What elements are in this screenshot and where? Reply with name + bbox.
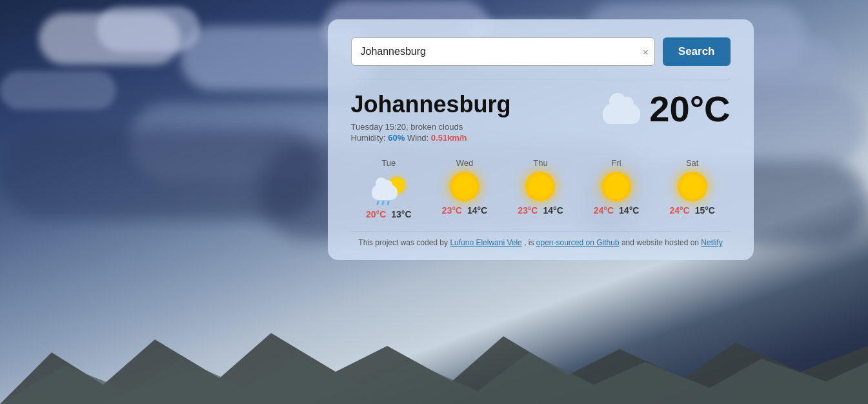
city-name: Johannesburg [351,91,511,118]
forecast-temps-1: 23°C 14°C [442,205,488,216]
forecast-day-label-0: Tue [381,158,396,168]
forecast-temps-0: 20°C 13°C [366,209,412,219]
forecast-day-label-4: Sat [686,158,699,168]
forecast-icon-2 [525,172,555,201]
search-row: × Search [351,37,731,66]
forecast-day-4: Sat 24°C 15°C [660,158,725,219]
current-weather: Johannesburg Tuesday 15:20, broken cloud… [351,91,731,143]
humidity-wind: Humidity: 60% Wind: 0.51km/h [351,133,511,143]
search-input-wrap: × [351,37,655,66]
forecast-temps-3: 24°C 14°C [594,205,640,216]
footer-text-before: This project was coded by [358,238,450,247]
forecast-icon-0 [372,172,405,205]
search-button[interactable]: Search [663,37,731,66]
forecast-day-1: Wed 23°C 14°C [432,158,497,219]
temp-icon-wrap: 20°C [603,91,730,127]
search-input[interactable] [351,37,655,66]
humidity-value: 60% [388,133,405,143]
weather-description: Tuesday 15:20, broken clouds [351,122,511,132]
clear-button[interactable]: × [643,47,649,57]
mountains [0,327,868,404]
footer-text-middle: , is [524,238,536,247]
github-link[interactable]: open-sourced on Github [536,238,620,247]
forecast-icon-4 [678,172,707,201]
forecast-day-label-2: Thu [533,158,547,168]
footer-text-after: and website hosted on [621,238,701,247]
current-temperature: 20°C [649,91,730,127]
city-info: Johannesburg Tuesday 15:20, broken cloud… [351,91,511,143]
forecast-temps-2: 23°C 14°C [518,205,563,216]
top-divider [351,79,731,79]
forecast-row: Tue 20°C 13°C [351,158,731,219]
footer: This project was coded by Lufuno Elelwan… [351,238,731,247]
current-weather-icon [603,94,643,124]
forecast-day-label-3: Fri [611,158,621,168]
forecast-icon-1 [450,172,479,201]
wind-label: Wind: [407,133,429,143]
weather-card: × Search Johannesburg Tuesday 15:20, bro… [328,19,754,260]
forecast-day-label-1: Wed [456,158,474,168]
forecast-day-3: Fri 24°C 14°C [584,158,649,219]
forecast-temps-4: 24°C 15°C [669,205,715,216]
forecast-day-2: Thu 23°C 14°C [508,158,572,219]
forecast-icon-3 [601,172,631,201]
humidity-label: Humidity: [351,133,386,143]
author-link[interactable]: Lufuno Elelwani Vele [450,238,521,247]
footer-divider [351,231,731,232]
wind-value: 0.51km/h [431,133,467,143]
forecast-day-0: Tue 20°C 13°C [356,158,421,219]
netlify-link[interactable]: Netlify [701,238,722,247]
